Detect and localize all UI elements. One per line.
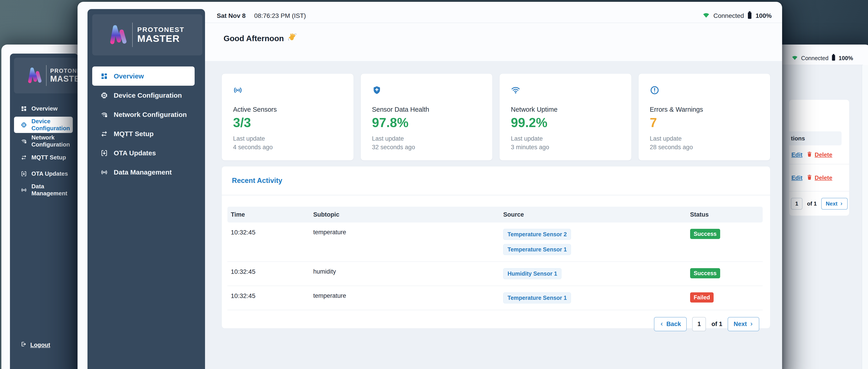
- stat-card-errors-warnings: Errors & Warnings 7 Last update 28 secon…: [638, 73, 771, 160]
- battery-icon: [831, 54, 836, 62]
- cell-source: Humidity Sensor 1: [500, 268, 686, 279]
- greeting-text: Good Afternoon: [223, 34, 284, 43]
- scrollbar-gutter: [862, 65, 868, 369]
- next-button[interactable]: Next: [821, 198, 848, 210]
- download-icon: [21, 171, 27, 177]
- greeting: Good Afternoon: [205, 23, 782, 54]
- page-number: 1: [692, 317, 706, 331]
- sidebar-item-network-configuration[interactable]: Network Configuration: [92, 105, 195, 124]
- chip-icon: [101, 92, 108, 99]
- trash-icon: [807, 174, 812, 182]
- stat-value: 7: [650, 115, 759, 130]
- sidebar-item-label: MQTT Setup: [31, 154, 66, 161]
- cell-subtopic: temperature: [310, 229, 500, 236]
- next-button[interactable]: Next: [727, 317, 759, 331]
- cell-status: Failed: [687, 293, 763, 303]
- sidebar-item-overview[interactable]: Overview: [92, 66, 195, 86]
- battery-level: 100%: [839, 55, 853, 61]
- content-area: Active Sensors 3/3 Last update 4 seconds…: [205, 61, 782, 369]
- cell-time: 10:32:45: [227, 229, 310, 236]
- configurations-card: tions Edit Delete Edit Delete 1 of 1 Nex…: [789, 99, 849, 216]
- cell-subtopic: humidity: [310, 268, 500, 275]
- logout-button[interactable]: Logout: [10, 341, 50, 349]
- wifi-connected-icon: [792, 55, 798, 61]
- logo-line1: PROTONEST: [50, 68, 78, 74]
- sidebar-item-label: OTA Updates: [114, 149, 156, 157]
- chevron-right-icon: [749, 320, 753, 328]
- delete-link[interactable]: Delete: [807, 174, 832, 182]
- cell-source: Temperature Sensor 2Temperature Sensor 1: [500, 229, 686, 255]
- main-window: PROTONEST MASTER Overview Device Configu…: [78, 2, 782, 369]
- stat-value: 3/3: [233, 115, 342, 130]
- sidebar-item-mqtt-setup[interactable]: MQTT Setup: [92, 124, 195, 143]
- connection-label: Connected: [713, 12, 744, 20]
- sidebar-item-label: Overview: [114, 72, 144, 80]
- page-number: 1: [791, 198, 802, 210]
- back-button[interactable]: Back: [654, 317, 687, 331]
- edit-link[interactable]: Edit: [792, 174, 802, 181]
- shield-plus-icon: [372, 86, 481, 95]
- stat-card-sensor-data-health: Sensor Data Health 97.8% Last update 32 …: [361, 73, 493, 160]
- connection-status: Connected 100%: [702, 11, 772, 21]
- sidebar-item-device-configuration[interactable]: Device Configuration: [14, 117, 73, 133]
- cell-subtopic: temperature: [310, 293, 500, 299]
- sidebar-item-overview[interactable]: Overview: [14, 100, 73, 117]
- sidebar-menu: Overview Device Configuration Network Co…: [88, 66, 205, 182]
- sidebar-item-data-management[interactable]: Data Management: [14, 182, 73, 198]
- topbar: Sat Nov 8 08:76:23 PM (IST) Connected 10…: [205, 9, 782, 23]
- sidebar-item-label: OTA Updates: [31, 170, 68, 177]
- app-logo: PROTONEST MASTER: [14, 58, 78, 93]
- trash-icon: [807, 151, 812, 158]
- page-count: of 1: [711, 320, 722, 328]
- wifi-lock-icon: [101, 111, 108, 118]
- status-badge: Success: [690, 229, 720, 239]
- sidebar-item-label: Network Configuration: [31, 134, 73, 148]
- time-label: 08:76:23 PM (IST): [254, 12, 306, 20]
- logo-line1: PROTONEST: [137, 26, 184, 33]
- last-update-ago: 32 seconds ago: [372, 143, 415, 152]
- arrows-icon: [101, 130, 108, 137]
- broadcast-icon: [101, 169, 108, 176]
- last-update-ago: 28 seconds ago: [650, 143, 693, 152]
- chevron-right-icon: [840, 201, 843, 207]
- sidebar-item-mqtt-setup[interactable]: MQTT Setup: [14, 149, 73, 165]
- col-subtopic: Subtopic: [310, 211, 500, 218]
- main-area: Sat Nov 8 08:76:23 PM (IST) Connected 10…: [205, 9, 782, 369]
- source-chip: Temperature Sensor 1: [503, 244, 571, 255]
- stat-value: 99.2%: [511, 115, 620, 130]
- source-chip: Temperature Sensor 1: [503, 293, 571, 303]
- last-update-label: Last update: [372, 134, 415, 143]
- background-pagination: 1 of 1 Next: [789, 191, 849, 216]
- table-row: 10:32:45 humidity Humidity Sensor 1 Succ…: [227, 262, 763, 286]
- grid-icon: [21, 105, 27, 112]
- logo-line2: MASTER: [137, 33, 184, 43]
- sidebar-item-label: Device Configuration: [31, 118, 73, 132]
- connection-status: Connected 100%: [792, 54, 853, 62]
- sidebar-item-label: Data Management: [114, 168, 172, 176]
- col-status: Status: [687, 211, 763, 218]
- sidebar-item-ota-updates[interactable]: OTA Updates: [92, 143, 195, 162]
- broadcast-icon: [233, 86, 342, 95]
- alert-circle-icon: [650, 86, 759, 95]
- background-sidebar-menu: Overview Device Configuration Network Co…: [10, 100, 78, 198]
- stat-title: Network Uptime: [511, 106, 620, 113]
- source-chip: Temperature Sensor 2: [503, 229, 571, 240]
- sidebar-item-network-configuration[interactable]: Network Configuration: [14, 133, 73, 149]
- col-source: Source: [500, 211, 686, 218]
- edit-link[interactable]: Edit: [792, 151, 802, 158]
- chip-icon: [21, 122, 27, 128]
- recent-activity-panel: Recent Activity Time Subtopic Source Sta…: [221, 166, 770, 329]
- sidebar-item-device-configuration[interactable]: Device Configuration: [92, 86, 195, 105]
- date-label: Sat Nov 8: [217, 12, 246, 20]
- waving-hand-emoji: [287, 33, 297, 44]
- cell-status: Success: [687, 268, 763, 278]
- cell-time: 10:32:45: [227, 268, 310, 275]
- sidebar-item-ota-updates[interactable]: OTA Updates: [14, 165, 73, 182]
- cell-status: Success: [687, 229, 763, 239]
- stat-card-network-uptime: Network Uptime 99.2% Last update 3 minut…: [499, 73, 631, 160]
- recent-activity-title: Recent Activity: [222, 166, 770, 195]
- delete-link[interactable]: Delete: [807, 151, 832, 158]
- sidebar-item-data-management[interactable]: Data Management: [92, 162, 195, 182]
- actions-column-header: tions: [789, 131, 842, 145]
- logout-icon: [21, 341, 27, 349]
